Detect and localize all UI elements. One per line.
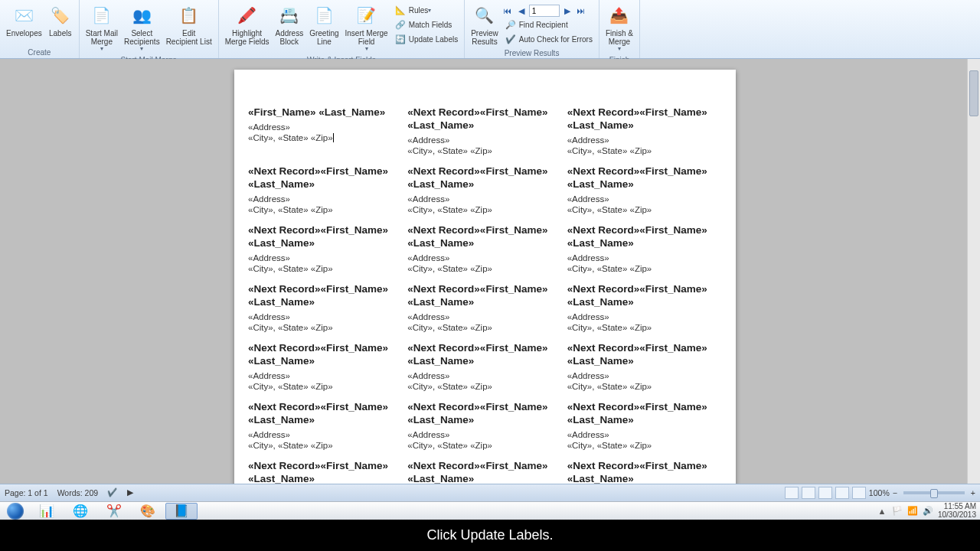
label-cell[interactable]: «Next Record»«First_Name» «Last_Name»«Ad… xyxy=(567,165,722,224)
merge-field-citystate: «City», «State» «Zip» xyxy=(407,323,559,332)
label-cell[interactable]: «Next Record»«First_Name» «Last_Name»«Ad… xyxy=(567,106,722,165)
label-cell[interactable]: «Next Record»«First_Name» «Last_Name»«Ad… xyxy=(248,401,403,460)
label-cell[interactable]: «Next Record»«First_Name» «Last_Name»«Ad… xyxy=(248,224,403,283)
address-block-button[interactable]: 📇 Address Block xyxy=(272,2,306,54)
windows-taskbar: 📊 🌐 ✂️ 🎨 📘 ▲ 🏳️ 📶 🔊 11:55 AM 10/30/2013 xyxy=(0,501,980,520)
label-cell[interactable]: «Next Record»«First_Name» «Last_Name»«Ad… xyxy=(248,460,403,484)
paint-icon: 🎨 xyxy=(140,504,155,518)
merge-field-name: «Next Record»«First_Name» «Last_Name» xyxy=(248,165,400,191)
group-label-preview: Preview Results xyxy=(505,47,560,59)
scissors-icon: ✂️ xyxy=(106,504,122,518)
edit-recipient-list-button[interactable]: 📋 Edit Recipient List xyxy=(163,2,215,54)
merge-field-citystate: «City», «State» «Zip» xyxy=(248,133,400,142)
merge-field-citystate: «City», «State» «Zip» xyxy=(248,264,400,273)
label-cell[interactable]: «Next Record»«First_Name» «Last_Name»«Ad… xyxy=(567,401,722,460)
label-cell[interactable]: «Next Record»«First_Name» «Last_Name»«Ad… xyxy=(567,283,722,342)
greeting-label: Greeting Line xyxy=(309,29,338,46)
label-cell[interactable]: «Next Record»«First_Name» «Last_Name»«Ad… xyxy=(248,342,403,401)
tray-flag-icon[interactable]: 🏳️ xyxy=(892,506,903,517)
label-cell[interactable]: «First_Name» «Last_Name»«Address»«City»,… xyxy=(248,106,403,165)
labels-button[interactable]: 🏷️ Labels xyxy=(45,2,76,47)
labels-grid: «First_Name» «Last_Name»«Address»«City»,… xyxy=(248,106,722,484)
word-count[interactable]: Words: 209 xyxy=(57,488,99,497)
label-cell[interactable]: «Next Record»«First_Name» «Last_Name»«Ad… xyxy=(248,283,403,342)
spellcheck-icon[interactable]: ✔️ xyxy=(107,487,118,498)
label-cell[interactable]: «Next Record»«First_Name» «Last_Name»«Ad… xyxy=(407,224,562,283)
rules-label: Rules xyxy=(409,6,429,15)
merge-field-name: «Next Record»«First_Name» «Last_Name» xyxy=(407,401,559,427)
web-layout-view-button[interactable] xyxy=(818,487,832,499)
merge-field-address: «Address» xyxy=(407,312,559,321)
label-cell[interactable]: «Next Record»«First_Name» «Last_Name»«Ad… xyxy=(567,342,722,401)
label-cell[interactable]: «Next Record»«First_Name» «Last_Name»«Ad… xyxy=(248,165,403,224)
label-cell[interactable]: «Next Record»«First_Name» «Last_Name»«Ad… xyxy=(407,460,562,484)
merge-field-address: «Address» xyxy=(248,371,400,380)
taskbar-chrome-button[interactable]: 🌐 xyxy=(64,503,96,520)
highlight-merge-button[interactable]: 🖍️ Highlight Merge Fields xyxy=(222,2,273,54)
zoom-in-button[interactable]: + xyxy=(971,488,975,497)
label-cell[interactable]: «Next Record»«First_Name» «Last_Name»«Ad… xyxy=(407,283,562,342)
auto-check-button[interactable]: ✔️ Auto Check for Errors xyxy=(501,32,596,46)
merge-field-address: «Address» xyxy=(407,135,559,145)
record-number-input[interactable] xyxy=(529,5,560,17)
highlight-label: Highlight Merge Fields xyxy=(225,29,270,46)
macro-icon[interactable]: ▶ xyxy=(127,487,138,498)
start-mail-merge-button[interactable]: 📄 Start Mail Merge ▾ xyxy=(83,2,121,54)
zoom-slider[interactable] xyxy=(903,491,965,494)
vertical-scrollbar[interactable] xyxy=(967,59,980,484)
label-cell[interactable]: «Next Record»«First_Name» «Last_Name»«Ad… xyxy=(407,106,562,165)
rules-button[interactable]: 📐 Rules ▾ xyxy=(391,3,462,17)
taskbar-word-button[interactable]: 📘 xyxy=(165,503,198,520)
print-layout-view-button[interactable] xyxy=(785,487,799,499)
match-icon: 🔗 xyxy=(394,18,407,31)
address-block-label: Address Block xyxy=(275,29,303,46)
preview-results-button[interactable]: 🔍 Preview Results xyxy=(468,2,501,47)
tray-network-icon[interactable]: 📶 xyxy=(907,506,918,517)
document-workspace: «First_Name» «Last_Name»«Address»«City»,… xyxy=(0,59,980,484)
merge-field-citystate: «City», «State» «Zip» xyxy=(407,146,559,155)
envelopes-button[interactable]: ✉️ Envelopes xyxy=(3,2,45,47)
merge-field-citystate: «City», «State» «Zip» xyxy=(248,441,400,450)
merge-field-name: «Next Record»«First_Name» «Last_Name» xyxy=(407,224,559,250)
next-record-button[interactable]: ▶ xyxy=(561,5,573,17)
taskbar-paint-button[interactable]: 🎨 xyxy=(132,503,164,520)
tray-volume-icon[interactable]: 🔊 xyxy=(923,506,933,517)
taskbar-snip-button[interactable]: ✂️ xyxy=(98,503,130,520)
tray-up-icon[interactable]: ▲ xyxy=(877,506,887,517)
insert-merge-field-button[interactable]: 📝 Insert Merge Field ▾ xyxy=(342,2,391,54)
label-cell[interactable]: «Next Record»«First_Name» «Last_Name»«Ad… xyxy=(407,165,562,224)
system-clock[interactable]: 11:55 AM 10/30/2013 xyxy=(938,503,978,519)
update-labels-button[interactable]: 🔄 Update Labels xyxy=(391,32,462,46)
clock-time: 11:55 AM xyxy=(938,503,976,511)
select-recipients-button[interactable]: 👥 Select Recipients ▾ xyxy=(121,2,163,54)
label-cell[interactable]: «Next Record»«First_Name» «Last_Name»«Ad… xyxy=(407,401,562,460)
full-screen-view-button[interactable] xyxy=(802,487,815,499)
merge-field-name: «Next Record»«First_Name» «Last_Name» xyxy=(248,224,400,250)
label-cell[interactable]: «Next Record»«First_Name» «Last_Name»«Ad… xyxy=(567,460,722,484)
draft-view-button[interactable] xyxy=(852,487,866,499)
zoom-level[interactable]: 100% xyxy=(869,488,890,497)
merge-field-address: «Address» xyxy=(567,430,719,439)
find-recipient-button[interactable]: 🔎 Find Recipient xyxy=(501,18,596,31)
merge-field-name: «Next Record»«First_Name» «Last_Name» xyxy=(248,460,400,484)
label-cell[interactable]: «Next Record»«First_Name» «Last_Name»«Ad… xyxy=(407,342,562,401)
document-page[interactable]: «First_Name» «Last_Name»«Address»«City»,… xyxy=(234,70,736,484)
merge-field-address: «Address» xyxy=(567,135,719,145)
match-fields-button[interactable]: 🔗 Match Fields xyxy=(391,18,462,31)
first-record-button[interactable]: ⏮ xyxy=(501,5,514,17)
label-cell[interactable]: «Next Record»«First_Name» «Last_Name»«Ad… xyxy=(567,224,722,283)
scrollbar-thumb[interactable] xyxy=(969,70,978,116)
dropdown-arrow-icon: ▾ xyxy=(618,46,621,53)
taskbar-excel-button[interactable]: 📊 xyxy=(31,503,63,520)
page-status[interactable]: Page: 1 of 1 xyxy=(5,488,48,497)
dropdown-arrow-icon: ▾ xyxy=(428,7,431,14)
prev-record-button[interactable]: ◀ xyxy=(515,5,528,17)
outline-view-button[interactable] xyxy=(835,487,849,499)
start-button[interactable] xyxy=(2,503,29,520)
last-record-button[interactable]: ⏭ xyxy=(575,5,587,17)
zoom-out-button[interactable]: − xyxy=(893,488,897,497)
dropdown-arrow-icon: ▾ xyxy=(100,46,103,53)
greeting-line-button[interactable]: 📄 Greeting Line xyxy=(306,2,341,54)
word-icon: 📘 xyxy=(174,504,189,518)
finish-merge-button[interactable]: 📤 Finish & Merge ▾ xyxy=(603,2,636,54)
